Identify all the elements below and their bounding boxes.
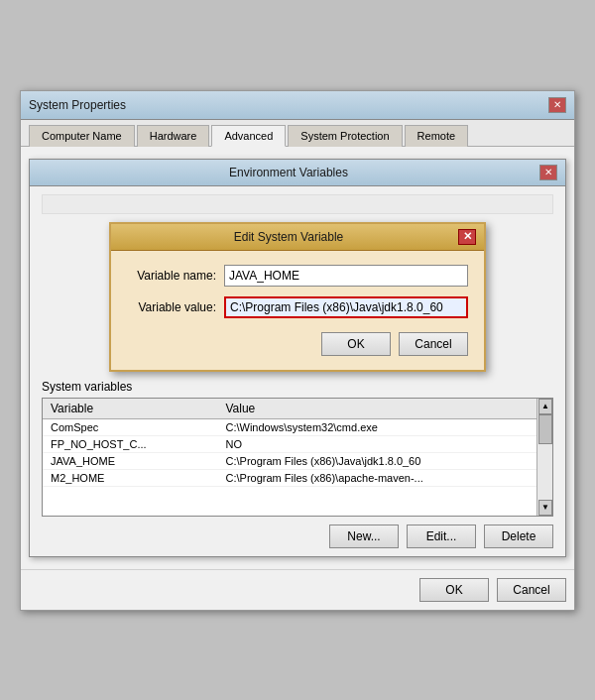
col-value: Value <box>217 399 552 419</box>
env-vars-titlebar: Environment Variables ✕ <box>30 160 565 186</box>
system-properties-window: System Properties ✕ Computer Name Hardwa… <box>20 90 575 611</box>
scrollbar-up-arrow[interactable]: ▲ <box>538 399 552 414</box>
table-header-row: Variable Value <box>43 399 552 419</box>
table-row[interactable]: FP_NO_HOST_C... NO <box>43 435 552 452</box>
scrollbar[interactable]: ▲ ▼ <box>536 399 552 516</box>
delete-button[interactable]: Delete <box>484 525 553 548</box>
cell-variable: ComSpec <box>43 418 217 435</box>
env-vars-close-button[interactable]: ✕ <box>539 165 557 180</box>
sys-props-ok-button[interactable]: OK <box>419 578 489 602</box>
window-title: System Properties <box>29 98 126 112</box>
variable-name-label: Variable name: <box>127 269 216 283</box>
title-controls: ✕ <box>548 97 566 113</box>
variable-value-row: Variable value: <box>127 296 468 318</box>
sys-vars-buttons: New... Edit... Delete <box>42 525 553 548</box>
edit-button[interactable]: Edit... <box>407 525 476 548</box>
edit-var-titlebar: Edit System Variable ✕ <box>111 224 484 251</box>
cell-value: C:\Program Files (x86)\Java\jdk1.8.0_60 <box>217 452 552 469</box>
variable-name-row: Variable name: <box>127 265 468 287</box>
tab-advanced[interactable]: Advanced <box>211 125 286 147</box>
sys-vars-table-container: Variable Value ComSpec C:\Windows\system… <box>42 398 553 517</box>
sys-props-bottom-buttons: OK Cancel <box>21 569 574 610</box>
edit-var-content: Variable name: Variable value: OK Cancel <box>111 251 484 370</box>
edit-var-ok-button[interactable]: OK <box>321 332 391 356</box>
env-vars-dialog: Environment Variables ✕ Edit System Vari… <box>29 159 566 557</box>
edit-var-close-button[interactable]: ✕ <box>458 229 476 245</box>
close-button[interactable]: ✕ <box>548 97 566 113</box>
table-row[interactable]: M2_HOME C:\Program Files (x86)\apache-ma… <box>43 469 552 486</box>
env-vars-title: Environment Variables <box>38 166 539 179</box>
edit-var-title: Edit System Variable <box>119 230 458 244</box>
tab-computer-name[interactable]: Computer Name <box>29 125 135 147</box>
cell-value: C:\Program Files (x86)\apache-maven-... <box>217 469 552 486</box>
scrollbar-down-arrow[interactable]: ▼ <box>538 500 552 516</box>
tab-remote[interactable]: Remote <box>405 125 469 147</box>
cell-value: NO <box>217 435 552 452</box>
titlebar: System Properties ✕ <box>21 91 574 120</box>
env-vars-content: Edit System Variable ✕ Variable name: Va… <box>30 186 565 556</box>
variable-value-label: Variable value: <box>127 300 216 314</box>
sys-vars-label: System variables <box>42 380 553 394</box>
cell-value: C:\Windows\system32\cmd.exe <box>217 418 552 435</box>
edit-var-dialog: Edit System Variable ✕ Variable name: Va… <box>109 222 486 372</box>
edit-var-buttons: OK Cancel <box>127 328 468 356</box>
cell-variable: M2_HOME <box>43 469 217 486</box>
sys-props-content: Environment Variables ✕ Edit System Vari… <box>21 147 574 569</box>
sys-vars-table: Variable Value ComSpec C:\Windows\system… <box>43 399 552 487</box>
col-variable: Variable <box>43 399 217 419</box>
table-row[interactable]: ComSpec C:\Windows\system32\cmd.exe <box>43 418 552 435</box>
table-row[interactable]: JAVA_HOME C:\Program Files (x86)\Java\jd… <box>43 452 552 469</box>
tab-hardware[interactable]: Hardware <box>137 125 210 147</box>
scrollbar-thumb[interactable] <box>538 414 552 444</box>
cell-variable: FP_NO_HOST_C... <box>43 435 217 452</box>
tab-system-protection[interactable]: System Protection <box>288 125 402 147</box>
tab-bar: Computer Name Hardware Advanced System P… <box>21 120 574 147</box>
variable-value-input[interactable] <box>224 296 468 318</box>
variable-name-input[interactable] <box>224 265 468 287</box>
sys-props-cancel-button[interactable]: Cancel <box>497 578 566 602</box>
cell-variable: JAVA_HOME <box>43 452 217 469</box>
new-button[interactable]: New... <box>329 525 399 548</box>
sys-vars-section: System variables Variable Value <box>42 380 553 548</box>
edit-var-cancel-button[interactable]: Cancel <box>399 332 468 356</box>
partial-content <box>42 194 553 214</box>
